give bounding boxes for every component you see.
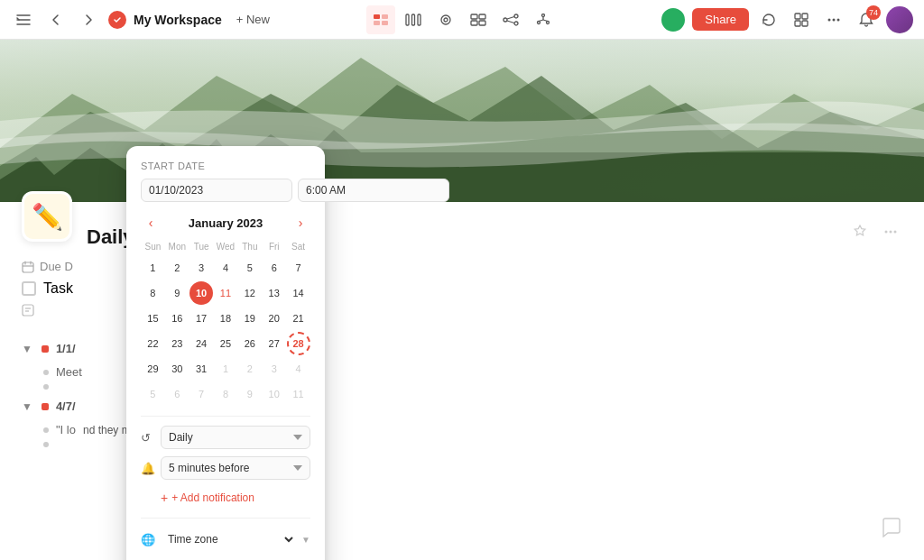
repeat-row: ↺ Daily Weekly Monthly Never	[141, 426, 310, 449]
timezone-chevron-icon: ▼	[301, 535, 310, 545]
calendar-grid: Sun Mon Tue Wed Thu Fri Sat 1 2 3 4 5 6 …	[141, 240, 310, 407]
cal-day-next-3[interactable]: 3	[263, 357, 286, 381]
cal-day-25[interactable]: 25	[214, 332, 237, 355]
cal-day-13[interactable]: 13	[263, 281, 286, 305]
cal-day-17[interactable]: 17	[189, 307, 213, 330]
cal-day-5[interactable]: 5	[238, 256, 262, 280]
day-header-wed: Wed	[214, 240, 238, 255]
cal-day-7[interactable]: 7	[287, 256, 310, 280]
cal-day-12[interactable]: 12	[238, 281, 262, 305]
cal-day-29[interactable]: 29	[141, 357, 164, 381]
cal-day-next-4[interactable]: 4	[287, 357, 310, 381]
cal-day-next-10[interactable]: 10	[263, 382, 286, 406]
cal-day-18[interactable]: 18	[214, 307, 237, 330]
picker-label: Start date	[141, 161, 310, 171]
cal-day-19[interactable]: 19	[238, 307, 262, 330]
day-header-thu: Thu	[237, 240, 262, 255]
cal-day-24[interactable]: 24	[189, 332, 213, 355]
cal-day-next-5[interactable]: 5	[141, 382, 164, 406]
cal-day-20[interactable]: 20	[263, 307, 286, 330]
cal-day-3[interactable]: 3	[189, 256, 213, 280]
day-header-fri: Fri	[262, 240, 286, 255]
cal-day-16[interactable]: 16	[165, 307, 189, 330]
cal-day-21[interactable]: 21	[287, 307, 310, 330]
add-icon: +	[161, 491, 168, 505]
timezone-row: 🌐 Time zone UTC EST PST ▼	[141, 528, 310, 551]
cal-day-next-7[interactable]: 7	[189, 382, 213, 406]
globe-icon: 🌐	[141, 533, 155, 546]
cal-day-next-1[interactable]: 1	[214, 357, 237, 381]
modal-overlay: Start date ‹ January 2023 › Sun Mon Tue …	[0, 0, 924, 560]
cal-day-9[interactable]: 9	[165, 281, 189, 305]
cal-day-31[interactable]: 31	[189, 357, 213, 381]
cal-day-next-2[interactable]: 2	[238, 357, 262, 381]
cal-day-next-9[interactable]: 9	[238, 382, 262, 406]
date-input-row	[141, 179, 310, 202]
prev-month-button[interactable]: ‹	[141, 213, 161, 233]
cal-day-6[interactable]: 6	[263, 256, 286, 280]
date-input[interactable]	[141, 179, 292, 202]
cal-day-next-11[interactable]: 11	[287, 382, 310, 406]
cal-day-4[interactable]: 4	[214, 256, 237, 280]
day-header-sun: Sun	[141, 240, 165, 255]
repeat-select[interactable]: Daily Weekly Monthly Never	[161, 426, 310, 449]
cal-day-15[interactable]: 15	[141, 307, 164, 330]
next-month-button[interactable]: ›	[291, 213, 310, 233]
calendar-nav: ‹ January 2023 ›	[141, 213, 310, 233]
notification-row: 🔔 5 minutes before 10 minutes before 15 …	[141, 456, 310, 480]
add-notification-button[interactable]: + + Add notification	[161, 487, 310, 509]
cal-day-27[interactable]: 27	[263, 332, 286, 355]
timezone-select[interactable]: Time zone UTC EST PST	[161, 528, 296, 551]
time-input[interactable]	[298, 179, 449, 202]
calendar-month-year: January 2023	[189, 216, 263, 230]
cal-day-1[interactable]: 1	[141, 256, 164, 280]
notification-select[interactable]: 5 minutes before 10 minutes before 15 mi…	[161, 456, 310, 480]
cal-day-22[interactable]: 22	[141, 332, 164, 355]
picker-divider-2	[141, 518, 310, 519]
cal-day-14[interactable]: 14	[287, 281, 310, 305]
cal-day-26[interactable]: 26	[238, 332, 262, 355]
picker-divider-1	[141, 416, 310, 417]
cal-day-10-today[interactable]: 10	[189, 281, 213, 305]
cal-day-23[interactable]: 23	[165, 332, 189, 355]
day-header-sat: Sat	[286, 240, 310, 255]
cal-day-28-selected[interactable]: 28	[287, 332, 310, 355]
day-header-tue: Tue	[189, 240, 214, 255]
date-picker-modal: Start date ‹ January 2023 › Sun Mon Tue …	[126, 146, 325, 560]
cal-day-2[interactable]: 2	[165, 256, 189, 280]
cal-day-11[interactable]: 11	[214, 281, 237, 305]
add-notification-label: + Add notification	[171, 491, 254, 504]
bell-icon: 🔔	[141, 462, 155, 475]
cal-day-next-8[interactable]: 8	[214, 382, 237, 406]
cal-day-next-6[interactable]: 6	[165, 382, 189, 406]
repeat-icon: ↺	[141, 431, 155, 445]
cal-day-8[interactable]: 8	[141, 281, 164, 305]
day-header-mon: Mon	[165, 240, 189, 255]
cal-day-30[interactable]: 30	[165, 357, 189, 381]
